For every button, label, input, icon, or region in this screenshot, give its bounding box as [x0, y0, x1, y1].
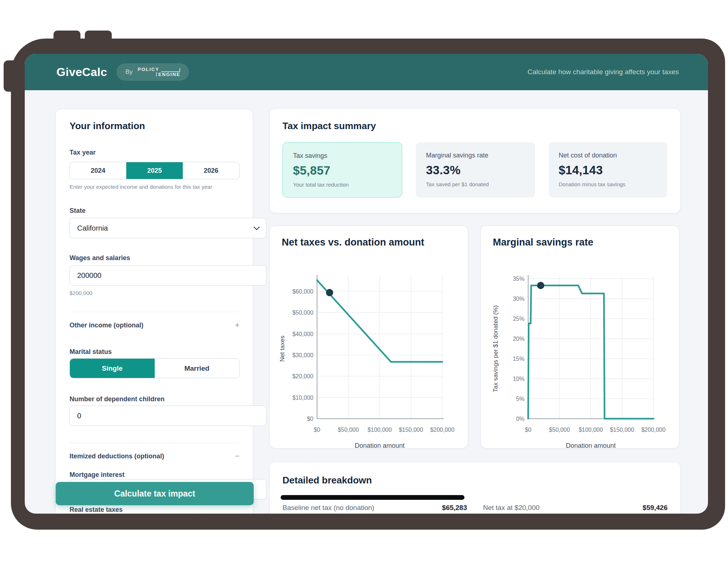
tax-year-option-2025[interactable]: 2025	[126, 162, 183, 179]
stat-label: Tax savings	[293, 152, 392, 160]
plus-icon[interactable]: +	[235, 321, 240, 329]
svg-text:$100,000: $100,000	[579, 427, 603, 433]
breakdown-value: $65,283	[442, 504, 467, 512]
wages-input[interactable]: 200000	[70, 265, 266, 286]
calculate-tax-impact-button[interactable]: Calculate tax impact	[56, 482, 254, 505]
breakdown-item-net-tax: Net tax at $20,000 $59,426	[483, 504, 668, 512]
your-information-card: Your information Tax year 2024 2025 2026…	[55, 109, 253, 514]
tax-year-helper: Enter your expected income and donations…	[70, 184, 240, 190]
dependent-children-input[interactable]: 0	[70, 406, 266, 426]
svg-text:10%: 10%	[513, 376, 525, 382]
form-title: Your information	[70, 120, 145, 132]
y-axis-label: Tax savings per $1 donated (%)	[492, 305, 499, 392]
breakdown-title: Detailed breakdown	[282, 475, 372, 486]
svg-text:$10,000: $10,000	[292, 395, 313, 401]
breakdown-label: Baseline net tax (no donation)	[282, 504, 374, 512]
marital-status-label: Marital status	[70, 348, 240, 356]
policyengine-badge[interactable]: By POLICY ENGINE	[116, 63, 189, 81]
marital-status-segmented-control: Single Married	[70, 358, 240, 378]
svg-text:$60,000: $60,000	[292, 288, 313, 295]
svg-text:0%: 0%	[516, 416, 525, 422]
svg-text:5%: 5%	[516, 396, 525, 402]
marital-option-married[interactable]: Married	[155, 359, 240, 378]
stat-sub: Donation minus tax savings	[559, 181, 657, 187]
app-title: GiveCalc	[56, 65, 107, 79]
svg-text:$0: $0	[314, 427, 320, 433]
svg-text:$0: $0	[307, 416, 313, 422]
svg-text:35%: 35%	[513, 276, 525, 282]
header-tagline: Calculate how charitable giving affects …	[527, 68, 679, 76]
wages-input-value: 200000	[77, 271, 102, 280]
svg-text:$50,000: $50,000	[549, 427, 570, 433]
dependent-children-value: 0	[77, 412, 81, 420]
by-label: By	[125, 68, 132, 76]
donation-slider[interactable]	[281, 495, 464, 500]
divider	[70, 443, 240, 443]
stat-value: $14,143	[559, 163, 657, 177]
tax-year-option-2026[interactable]: 2026	[183, 162, 239, 179]
stat-card-marginal-rate: Marginal savings rate 33.3% Tax saved pe…	[416, 142, 535, 198]
stat-value: $5,857	[293, 164, 392, 178]
svg-text:20%: 20%	[513, 336, 525, 342]
itemized-deductions-label: Itemized deductions (optional)	[70, 453, 164, 460]
summary-stats-row: Tax savings $5,857 Your total tax reduct…	[282, 142, 668, 198]
net-taxes-line-chart[interactable]: $0$10,000$20,000$30,000$40,000$50,000$60…	[270, 226, 468, 449]
svg-text:$0: $0	[525, 427, 531, 433]
stat-card-tax-savings: Tax savings $5,857 Your total tax reduct…	[282, 142, 402, 198]
other-income-label: Other income (optional)	[70, 322, 143, 329]
state-label: State	[70, 207, 240, 215]
state-select[interactable]: California	[70, 218, 266, 238]
svg-text:$200,000: $200,000	[430, 427, 455, 433]
svg-text:$200,000: $200,000	[641, 427, 666, 433]
stat-label: Marginal savings rate	[426, 152, 525, 159]
dependent-children-label: Number of dependent children	[70, 395, 240, 403]
svg-text:30%: 30%	[513, 296, 525, 302]
breakdown-label: Net tax at $20,000	[483, 504, 539, 512]
policyengine-logo: POLICY ENGINE	[138, 67, 180, 77]
minus-icon[interactable]: −	[235, 452, 240, 460]
marginal-rate-chart-card: Marginal savings rate 0%5%10%15%20%25%30…	[480, 226, 679, 449]
chevron-down-icon	[254, 224, 260, 230]
stat-sub: Tax saved per $1 donated	[426, 181, 525, 187]
svg-text:$150,000: $150,000	[610, 427, 634, 433]
x-axis-label: Donation amount	[355, 442, 404, 449]
detailed-breakdown-card: Detailed breakdown Baseline net tax (no …	[269, 462, 681, 514]
stat-sub: Your total tax reduction	[293, 182, 392, 188]
y-axis-label: Net taxes	[279, 336, 286, 362]
breakdown-item-baseline: Baseline net tax (no donation) $65,283	[282, 504, 467, 512]
breakdown-row: Baseline net tax (no donation) $65,283 N…	[282, 504, 668, 512]
tax-year-label: Tax year	[70, 149, 240, 156]
summary-title: Tax impact summary	[282, 120, 376, 132]
other-income-section-header[interactable]: Other income (optional) +	[70, 321, 240, 329]
marginal-rate-line-chart[interactable]: 0%5%10%15%20%25%30%35%$0$50,000$100,000$…	[481, 226, 680, 449]
itemized-deductions-section-header[interactable]: Itemized deductions (optional) −	[70, 452, 240, 460]
net-taxes-chart-card: Net taxes vs. donation amount $0$10,000$…	[269, 226, 468, 449]
svg-text:$40,000: $40,000	[292, 331, 313, 337]
logo-policy-text: POLICY	[138, 67, 159, 72]
svg-text:$30,000: $30,000	[292, 352, 313, 358]
marital-option-single[interactable]: Single	[70, 359, 155, 378]
svg-text:$20,000: $20,000	[292, 373, 313, 379]
svg-text:$150,000: $150,000	[399, 427, 423, 433]
app-screen: GiveCalc By POLICY ENGINE Calculate how …	[25, 54, 708, 514]
svg-text:15%: 15%	[513, 356, 525, 362]
wages-label: Wages and salaries	[70, 254, 240, 262]
app-header: GiveCalc By POLICY ENGINE Calculate how …	[25, 54, 708, 90]
tax-year-segmented-control: 2024 2025 2026	[70, 162, 240, 179]
stat-label: Net cost of donation	[559, 152, 657, 159]
tax-impact-summary-card: Tax impact summary Tax savings $5,857 Yo…	[269, 108, 681, 213]
x-axis-label: Donation amount	[566, 442, 616, 449]
svg-text:$50,000: $50,000	[292, 310, 313, 316]
wages-helper: $200,000	[70, 290, 240, 296]
mortgage-interest-label: Mortgage interest	[70, 471, 240, 479]
logo-line-bottom	[152, 72, 157, 76]
stat-value: 33.3%	[426, 163, 525, 177]
real-estate-taxes-label: Real estate taxes	[70, 506, 240, 514]
tax-year-option-2024[interactable]: 2024	[70, 162, 126, 179]
divider	[70, 312, 240, 312]
breakdown-value: $59,426	[642, 504, 668, 512]
svg-text:$50,000: $50,000	[338, 427, 359, 433]
state-select-value: California	[77, 224, 108, 232]
svg-text:25%: 25%	[513, 316, 525, 322]
svg-text:$100,000: $100,000	[368, 427, 392, 433]
